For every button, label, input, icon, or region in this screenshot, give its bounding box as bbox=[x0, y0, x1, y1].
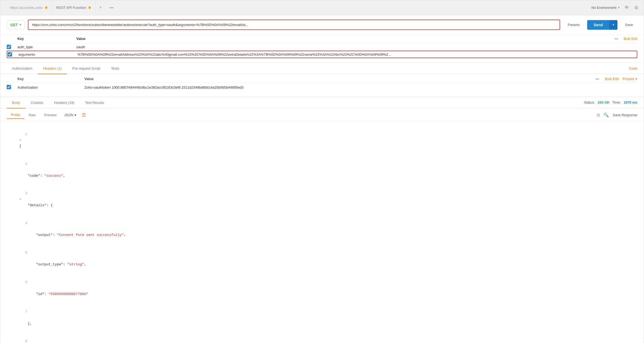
params-table-header: Key Value ••• Bulk Edit bbox=[7, 35, 637, 43]
param-auth-type-key: auth_type bbox=[17, 45, 76, 49]
json-line-6: 6 "id": "63095000000077006" bbox=[7, 273, 637, 303]
response-tabs-bar: Body Cookies Headers (18) Test Results S… bbox=[0, 97, 644, 108]
url-input-wrapper bbox=[28, 20, 560, 30]
param-row-arguments: arguments %7B%0D%0A%09%22emailAddress%22… bbox=[7, 51, 637, 58]
app-container: https://accounts.zoho REST API Function … bbox=[0, 0, 644, 343]
method-chevron-icon: ▾ bbox=[20, 23, 21, 27]
env-selector[interactable]: No Environment ▾ bbox=[591, 6, 620, 10]
params-button[interactable]: Params bbox=[563, 21, 584, 29]
param-arguments-checkbox[interactable] bbox=[8, 52, 12, 56]
key-col-header: Key bbox=[17, 37, 76, 41]
format-icons: ⧉ 🔍 Save Response bbox=[597, 112, 637, 118]
h-dots-icon[interactable]: ••• bbox=[595, 77, 599, 81]
bulk-edit-button[interactable]: Bulk Edit bbox=[624, 37, 637, 41]
json-line-7: 7 }, bbox=[7, 303, 637, 333]
json-line-2: 2 "code": "success", bbox=[7, 155, 637, 184]
chevron-down-icon: ▾ bbox=[618, 6, 620, 9]
wrap-lines-icon[interactable]: ☰ bbox=[80, 112, 88, 118]
format-tab-raw[interactable]: Raw bbox=[24, 111, 40, 119]
json-line-5: 5 "output_type": "string", bbox=[7, 244, 637, 273]
presets-button[interactable]: Presets ▾ bbox=[623, 77, 637, 81]
h-key-col-header: Key bbox=[17, 77, 84, 81]
copy-icon[interactable]: ⧉ bbox=[597, 113, 600, 118]
tab-rest-api-label: REST API Function bbox=[56, 6, 86, 10]
param-auth-type-checkbox[interactable] bbox=[7, 45, 11, 49]
h-header-actions: ••• Bulk Edit Presets ▾ bbox=[595, 77, 637, 81]
json-viewer: 1 ▾ { 2 "code": "success", 3 ▾ "details"… bbox=[0, 121, 644, 343]
send-button[interactable]: Send bbox=[587, 20, 609, 30]
status-value: 200 OK bbox=[598, 100, 610, 104]
header-auth-key: Authorization bbox=[17, 85, 84, 89]
eye-icon[interactable]: 👁 bbox=[624, 5, 629, 10]
section-tabs: Authorization Headers (1) Pre-request Sc… bbox=[0, 63, 644, 74]
param-arguments-value: %7B%0D%0A%09%22emailAddress%22%3A%22abc%… bbox=[77, 52, 636, 56]
save-button[interactable]: Save bbox=[621, 20, 637, 29]
json-line-8: 8 "message": "function executed successf… bbox=[7, 333, 637, 343]
search-icon[interactable]: 🔍 bbox=[604, 112, 609, 118]
h-value-col-header: Value bbox=[84, 77, 595, 81]
json-line-1: 1 ▾ { bbox=[7, 126, 637, 155]
headers-section: Key Value ••• Bulk Edit Presets ▾ Author… bbox=[0, 74, 644, 97]
tab-bar-right: No Environment ▾ 👁 ⚙ bbox=[591, 5, 638, 11]
tab-authorization[interactable]: Authorization bbox=[7, 63, 38, 74]
response-tab-headers[interactable]: Headers (18) bbox=[49, 97, 80, 108]
json-line-4: 4 "output": "Consent form sent successfu… bbox=[7, 214, 637, 244]
time-label: Time: bbox=[612, 100, 621, 104]
code-button[interactable]: Code bbox=[629, 63, 637, 74]
json-format-label: JSON bbox=[64, 113, 73, 117]
header-auth-value: Zoho-oauthtoken 1000.8607494449c8bc1e392… bbox=[84, 85, 637, 89]
tab-rest-api-dot bbox=[88, 6, 91, 9]
status-label: Status: bbox=[584, 100, 595, 104]
tab-accounts-dot bbox=[45, 6, 47, 9]
tab-headers[interactable]: Headers (1) bbox=[38, 63, 67, 74]
tab-accounts[interactable]: https://accounts.zoho bbox=[6, 0, 52, 15]
url-input[interactable] bbox=[28, 20, 560, 30]
method-label: GET bbox=[10, 23, 18, 27]
format-tab-preview[interactable]: Preview bbox=[40, 111, 61, 119]
param-auth-type-value: oauth bbox=[76, 45, 637, 49]
collapse-1[interactable]: ▾ bbox=[19, 138, 21, 142]
h-bulk-edit-button[interactable]: Bulk Edit bbox=[605, 77, 619, 81]
tab-pre-request[interactable]: Pre-request Script bbox=[67, 63, 106, 74]
param-row-auth-type: auth_type oauth bbox=[7, 43, 637, 51]
send-dropdown-button[interactable]: ▾ bbox=[609, 20, 617, 30]
json-format-chevron-icon: ▾ bbox=[75, 113, 76, 117]
response-meta: Status: 200 OK Time: 1970 ms bbox=[584, 100, 637, 104]
tab-more-button[interactable]: ••• bbox=[106, 0, 117, 15]
param-arguments-key: arguments bbox=[18, 52, 77, 56]
time-value: 1970 ms bbox=[624, 100, 637, 104]
params-header-actions: ••• Bulk Edit bbox=[615, 37, 637, 41]
params-table: Key Value ••• Bulk Edit auth_type oauth … bbox=[0, 35, 644, 63]
header-row-authorization: Authorization Zoho-oauthtoken 1000.86074… bbox=[7, 82, 637, 92]
response-tab-cookies[interactable]: Cookies bbox=[25, 97, 49, 108]
settings-icon[interactable]: ⚙ bbox=[634, 5, 638, 11]
tab-add-button[interactable]: + bbox=[95, 0, 106, 15]
tab-accounts-label: https://accounts.zoho bbox=[10, 6, 43, 10]
request-bar: GET ▾ Params Send ▾ Save bbox=[0, 15, 644, 35]
response-tab-test-results[interactable]: Test Results bbox=[80, 97, 109, 108]
value-col-header: Value bbox=[76, 37, 615, 41]
json-format-select[interactable]: JSON ▾ bbox=[61, 111, 80, 119]
tab-bar: https://accounts.zoho REST API Function … bbox=[0, 0, 644, 15]
collapse-3[interactable]: ▾ bbox=[19, 197, 21, 201]
format-tabs-bar: Pretty Raw Preview JSON ▾ ☰ ⧉ 🔍 Save Res… bbox=[0, 108, 644, 121]
save-response-button[interactable]: Save Response bbox=[613, 113, 637, 117]
tab-tests[interactable]: Tests bbox=[106, 63, 124, 74]
dots-header-icon[interactable]: ••• bbox=[615, 37, 618, 41]
format-tab-pretty[interactable]: Pretty bbox=[7, 111, 24, 119]
response-tab-body[interactable]: Body bbox=[7, 97, 25, 108]
send-btn-group: Send ▾ bbox=[587, 20, 617, 30]
headers-table-header: Key Value ••• Bulk Edit Presets ▾ bbox=[7, 74, 637, 82]
env-label: No Environment bbox=[591, 6, 616, 10]
tab-rest-api[interactable]: REST API Function bbox=[52, 0, 95, 15]
header-auth-checkbox[interactable] bbox=[7, 85, 11, 89]
method-selector[interactable]: GET ▾ bbox=[7, 20, 25, 29]
json-line-3: 3 ▾ "details": { bbox=[7, 185, 637, 214]
presets-chevron-icon: ▾ bbox=[635, 77, 637, 81]
